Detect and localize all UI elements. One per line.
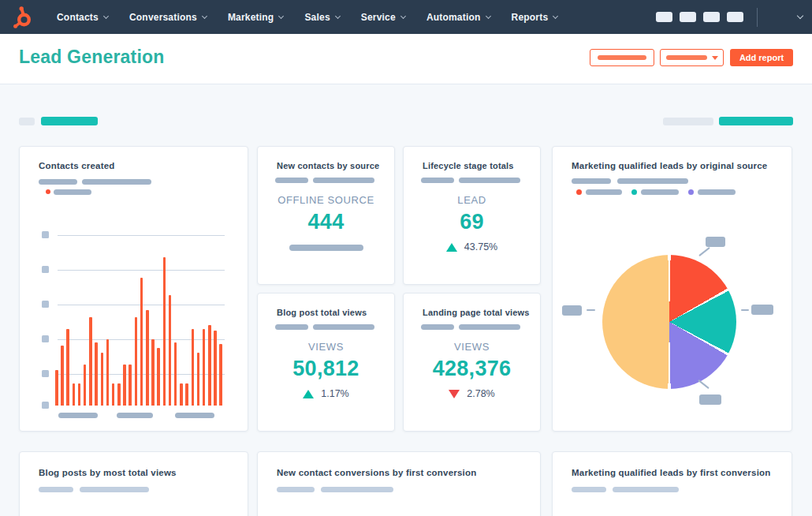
bar[interactable] <box>174 342 177 406</box>
bar[interactable] <box>180 383 183 406</box>
bar[interactable] <box>140 278 143 406</box>
bar[interactable] <box>135 317 138 406</box>
legend-swatch-orange <box>46 189 50 194</box>
text-placeholder <box>313 324 374 330</box>
chevron-down-icon <box>553 13 558 18</box>
nav-icon-tile[interactable] <box>727 12 743 22</box>
filter-placeholder-active[interactable] <box>719 117 793 125</box>
card-title: Lifecycle stage totals <box>423 161 514 170</box>
hubspot-logo-icon[interactable] <box>0 5 46 29</box>
text-placeholder <box>421 324 454 330</box>
bar[interactable] <box>157 348 160 406</box>
bar[interactable] <box>73 383 76 406</box>
pie-label-placeholder-left <box>562 305 582 316</box>
bar[interactable] <box>117 383 121 406</box>
metric-label: OFFLINE SOURCE <box>258 194 394 206</box>
y-axis-tick-placeholder <box>42 301 49 308</box>
bar[interactable] <box>55 370 58 406</box>
y-axis-tick-placeholder <box>42 335 49 342</box>
bar[interactable] <box>112 383 115 406</box>
card-blog-post-total-views: Blog post total views VIEWS 50,812 1.17% <box>257 293 395 432</box>
dashboard-filter-dropdown[interactable] <box>660 49 724 66</box>
nav-icon-tile[interactable] <box>680 12 696 22</box>
nav-item-service[interactable]: Service <box>361 12 405 23</box>
bar[interactable] <box>219 344 222 406</box>
filter-placeholder-active[interactable] <box>41 117 98 125</box>
text-placeholder <box>275 324 308 330</box>
bar[interactable] <box>89 317 92 406</box>
y-axis-tick-placeholder <box>42 266 49 273</box>
bar[interactable] <box>129 365 132 406</box>
dashboard-action-button[interactable] <box>590 49 654 66</box>
chevron-down-icon <box>335 13 341 18</box>
bar[interactable] <box>208 325 211 406</box>
pie-callout-line <box>698 380 710 389</box>
bar[interactable] <box>78 383 81 406</box>
metric-label: LEAD <box>404 194 540 206</box>
bar[interactable] <box>169 295 172 406</box>
bar[interactable] <box>214 331 217 406</box>
nav-item-sales[interactable]: Sales <box>304 12 339 23</box>
bar[interactable] <box>197 353 200 406</box>
text-placeholder <box>39 487 73 492</box>
pie-label-placeholder-right <box>751 305 773 315</box>
chevron-down-icon <box>278 13 284 18</box>
card-new-contacts-by-source: New contacts by source OFFLINE SOURCE 44… <box>257 146 395 285</box>
nav-utility-area <box>656 0 803 34</box>
metric-delta: 43.75% <box>404 241 540 252</box>
nav-item-conversations[interactable]: Conversations <box>129 12 207 23</box>
pie-label-placeholder-top <box>706 237 725 247</box>
page-title: Lead Generation <box>19 47 164 68</box>
bar[interactable] <box>203 329 206 406</box>
metric-delta: 2.78% <box>404 388 540 399</box>
x-axis-label-placeholder <box>58 413 98 418</box>
filter-placeholder[interactable] <box>19 118 35 125</box>
filter-placeholder[interactable] <box>663 118 713 125</box>
nav-item-label: Reports <box>512 12 549 23</box>
card-title: Contacts created <box>39 161 115 170</box>
bar[interactable] <box>84 365 87 406</box>
text-placeholder <box>421 178 454 183</box>
card-landing-page-total-views: Landing page total views VIEWS 428,376 2… <box>403 293 541 432</box>
bar[interactable] <box>192 329 195 406</box>
bar[interactable] <box>151 339 155 406</box>
pie-callout-line <box>587 309 595 311</box>
dropdown-caret-icon <box>712 56 718 60</box>
bar[interactable] <box>66 329 69 406</box>
bar[interactable] <box>163 257 166 406</box>
nav-item-marketing[interactable]: Marketing <box>228 12 283 23</box>
card-new-contact-conversions-by-first-conversion: New contact conversions by first convers… <box>257 451 541 516</box>
nav-divider <box>757 8 758 27</box>
card-title: Marketing qualified leads by first conve… <box>572 468 770 477</box>
nav-item-label: Conversations <box>129 12 197 23</box>
nav-item-reports[interactable]: Reports <box>512 12 558 23</box>
card-title: Landing page total views <box>423 308 530 317</box>
metric-value: 69 <box>404 210 540 234</box>
triangle-up-icon <box>303 390 314 398</box>
legend-text-placeholder <box>641 189 679 195</box>
legend-text-placeholder <box>586 189 622 195</box>
bar[interactable] <box>101 353 104 406</box>
pie-chart[interactable] <box>602 255 736 389</box>
delta-value: 43.75% <box>464 241 497 252</box>
bar[interactable] <box>106 339 110 406</box>
bar[interactable] <box>61 346 64 406</box>
bar[interactable] <box>123 365 126 406</box>
metric-label: VIEWS <box>258 341 394 353</box>
nav-icon-tile[interactable] <box>703 12 720 22</box>
delta-value: 2.78% <box>467 388 494 399</box>
nav-icon-tile[interactable] <box>656 12 672 22</box>
bar[interactable] <box>146 310 149 406</box>
triangle-up-icon <box>446 243 457 252</box>
add-report-button[interactable]: Add report <box>730 49 793 66</box>
metric-label: VIEWS <box>404 341 540 353</box>
x-axis-label-placeholder <box>175 413 214 418</box>
bar[interactable] <box>95 342 98 406</box>
text-placeholder <box>572 487 606 492</box>
bar[interactable] <box>185 383 188 406</box>
nav-item-contacts[interactable]: Contacts <box>57 12 108 23</box>
card-title: New contact conversions by first convers… <box>277 468 476 477</box>
card-title: Blog posts by most total views <box>39 468 177 477</box>
account-chevron-down-icon[interactable] <box>797 13 803 19</box>
nav-item-automation[interactable]: Automation <box>426 12 490 23</box>
